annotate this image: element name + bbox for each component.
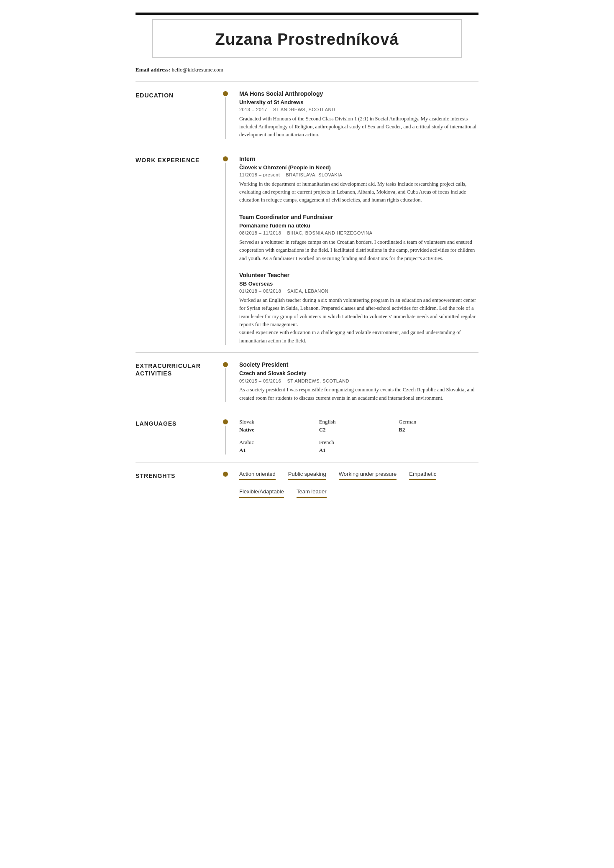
extra-org-0: Czech and Slovak Society	[239, 369, 478, 378]
timeline-dot-extra	[223, 362, 228, 367]
education-entry-0: MA Hons Social Anthropology University o…	[239, 89, 478, 139]
strength-empathetic: Empathetic	[409, 470, 436, 480]
header-box: Zuzana Prostredníková	[152, 19, 462, 58]
timeline-line-extra	[225, 368, 226, 402]
timeline-dot-strengths	[223, 472, 228, 477]
work-desc-2: Worked as an English teacher during a si…	[239, 296, 478, 345]
work-entry-0: Intern Človek v Ohrození (People in Need…	[239, 155, 478, 204]
strength-working-under-pressure: Working under pressure	[339, 470, 397, 480]
timeline-dot-work	[223, 156, 228, 161]
education-content: MA Hons Social Anthropology University o…	[232, 89, 478, 139]
timeline-line-work	[225, 163, 226, 345]
work-entry-2: Volunteer Teacher SB Overseas 01/2018 – …	[239, 271, 478, 345]
extra-entry-0: Society President Czech and Slovak Socie…	[239, 360, 478, 402]
edu-desc-0: Graduated with Honours of the Second Cla…	[239, 115, 478, 139]
lang-arabic: Arabic A1	[239, 438, 319, 454]
work-title-0: Intern	[239, 155, 478, 163]
extracurricular-section: EXTRACURRICULAR ACTIVITIES Society Presi…	[136, 352, 478, 410]
work-entry-1: Team Coordinator and Fundraiser Pomáhame…	[239, 213, 478, 263]
work-org-2: SB Overseas	[239, 280, 478, 288]
strength-action-oriented: Action oriented	[239, 470, 276, 480]
work-org-0: Človek v Ohrození (People in Need)	[239, 163, 478, 172]
extracurricular-content: Society President Czech and Slovak Socie…	[232, 360, 478, 402]
strength-public-speaking: Public speaking	[288, 470, 326, 480]
work-label: WORK EXPERIENCE	[136, 155, 219, 345]
work-org-1: Pomáhame ľudem na útěku	[239, 222, 478, 230]
email-value: hello@kickresume.com	[171, 66, 223, 73]
strengths-label: STRENGHTS	[136, 470, 219, 502]
candidate-name: Zuzana Prostredníková	[170, 28, 444, 51]
work-section: WORK EXPERIENCE Intern Človek v Ohrození…	[136, 147, 478, 353]
strength-flexible: Flexible/Adaptable	[239, 488, 284, 498]
education-section: EDUCATION MA Hons Social Anthropology Un…	[136, 82, 478, 147]
languages-label: LANGUAGES	[136, 418, 219, 454]
work-desc-1: Served as a volunteer in refugee camps o…	[239, 238, 478, 263]
strength-items: Action oriented Public speaking Working …	[239, 470, 478, 502]
work-content: Intern Človek v Ohrození (People in Need…	[232, 155, 478, 345]
edu-title-0: MA Hons Social Anthropology	[239, 89, 478, 98]
strengths-section: STRENGHTS Action oriented Public speakin…	[136, 462, 478, 510]
extra-meta-0: 09/2015 – 09/2016 ST ANDREWS, SCOTLAND	[239, 378, 478, 385]
email-label: Email address:	[136, 66, 170, 73]
languages-content: Slovak Native English C2 German B2 Arabi…	[232, 418, 478, 454]
languages-timeline	[219, 418, 232, 454]
top-bar	[136, 13, 478, 15]
timeline-dot-education	[223, 91, 228, 96]
strengths-content: Action oriented Public speaking Working …	[232, 470, 478, 502]
edu-org-0: University of St Andrews	[239, 98, 478, 107]
lang-german: German B2	[399, 418, 478, 434]
lang-english: English C2	[319, 418, 399, 434]
languages-section: LANGUAGES Slovak Native English C2 Germa…	[136, 410, 478, 462]
extra-title-0: Society President	[239, 360, 478, 369]
timeline-line-education	[225, 97, 226, 139]
strengths-timeline	[219, 470, 232, 502]
lang-french: French A1	[319, 438, 399, 454]
contact-section: Email address: hello@kickresume.com	[136, 66, 478, 74]
work-title-2: Volunteer Teacher	[239, 271, 478, 280]
edu-meta-0: 2013 – 2017 ST ANDREWS, SCOTLAND	[239, 106, 478, 113]
strength-team-leader: Team leader	[297, 488, 327, 498]
language-grid: Slovak Native English C2 German B2 Arabi…	[239, 418, 478, 454]
work-meta-0: 11/2018 – present BRATISLAVA, SLOVAKIA	[239, 171, 478, 179]
extracurricular-label: EXTRACURRICULAR ACTIVITIES	[136, 360, 219, 402]
work-title-1: Team Coordinator and Fundraiser	[239, 213, 478, 222]
education-label: EDUCATION	[136, 89, 219, 139]
work-desc-0: Working in the department of humanitaria…	[239, 180, 478, 204]
lang-slovak: Slovak Native	[239, 418, 319, 434]
timeline-line-lang	[225, 426, 226, 454]
extra-desc-0: As a society president I was responsible…	[239, 386, 478, 402]
education-timeline	[219, 89, 232, 139]
work-meta-1: 08/2018 – 11/2018 BIHAC, BOSNIA AND HERZ…	[239, 230, 478, 237]
work-meta-2: 01/2018 – 06/2018 SAIDA, LEBANON	[239, 288, 478, 295]
timeline-dot-lang	[223, 419, 228, 424]
extracurricular-timeline	[219, 360, 232, 402]
work-timeline	[219, 155, 232, 345]
